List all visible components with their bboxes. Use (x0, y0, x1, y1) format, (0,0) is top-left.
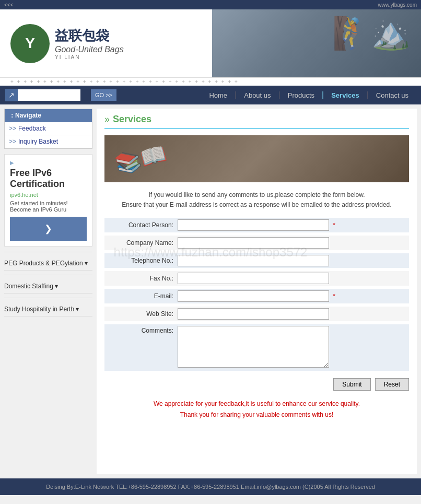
main-layout: ：Navigate >> Feedback >> Inquiry Basket … (0, 104, 421, 478)
submit-button[interactable]: Submit (333, 378, 370, 391)
company-name-label: Company Name: (104, 237, 178, 249)
form-buttons: Submit Reset (104, 378, 409, 391)
arrow-icon-2: >> (9, 138, 16, 145)
top-bar-left: <<< (4, 2, 14, 8)
sidebar-item-inquiry[interactable]: >> Inquiry Basket (5, 135, 92, 148)
sidebar-divider-1 (4, 252, 92, 252)
intro-line1: If you would like to send any comments t… (104, 190, 409, 200)
top-bar: <<< www.ylbags.com (0, 0, 421, 9)
form-row-fax: Fax No.: (104, 271, 409, 286)
sidebar-ad-peg[interactable]: PEG Products & PEGylation ▾ (4, 256, 92, 271)
form-row-comments: Comments: (104, 324, 409, 371)
logo-text: 益联包袋 Good-United Bags YI LIAN (55, 27, 124, 60)
sidebar-ad-study[interactable]: Study Hospitality in Perth ▾ (4, 302, 92, 317)
nav-links: Home | About us | Products | Services | … (202, 86, 416, 104)
sidebar-divider-2 (4, 275, 92, 275)
services-title: Services (113, 114, 151, 125)
form-row-telephone: Telephone No.: (104, 253, 409, 268)
company-sub: YI LIAN (55, 54, 124, 60)
contact-person-label: Contact Person: (104, 219, 178, 231)
thanks-line1: We appreciate for your feedback,it is us… (104, 398, 409, 409)
thanks-line2: Thank you for sharing your valuable comm… (104, 409, 409, 420)
nav-link-services[interactable]: Services (324, 86, 367, 104)
search-icon: ↗ (5, 89, 18, 101)
services-arrow-icon: » (104, 114, 110, 125)
header: Y 益联包袋 Good-United Bags YI LIAN 🧗🏔️ (0, 9, 421, 77)
search-go-button[interactable]: GO >> (91, 89, 116, 101)
logo-icon: Y (10, 24, 50, 63)
ad-button[interactable]: ❯ (10, 217, 87, 241)
contact-required-marker: * (333, 221, 335, 229)
fax-input[interactable] (178, 273, 329, 284)
dots-bar: + + + + + + + + + + + + + + + + + + + + … (0, 77, 421, 86)
search-input[interactable] (18, 89, 80, 101)
telephone-label: Telephone No.: (104, 254, 178, 267)
feedback-thanks: We appreciate for your feedback,it is us… (104, 398, 409, 420)
nav-link-products[interactable]: Products (280, 86, 322, 104)
feedback-intro: If you would like to send any comments t… (104, 190, 409, 210)
main-content: » Services 📚📖 If you would like to send … (97, 109, 417, 474)
sidebar-item-feedback[interactable]: >> Feedback (5, 122, 92, 135)
contact-person-input[interactable] (178, 219, 329, 231)
comments-label: Comments: (104, 324, 178, 337)
form-row-contact: Contact Person: * (104, 218, 409, 232)
top-bar-right: www.ylbags.com (378, 2, 417, 8)
sidebar-nav-box: ：Navigate >> Feedback >> Inquiry Basket (4, 109, 92, 149)
email-label: E-mail: (104, 290, 178, 302)
sidebar-ad-domestic[interactable]: Domestic Staffing ▾ (4, 279, 92, 294)
company-name-en: Good-United Bags (55, 45, 124, 54)
form-row-email: E-mail: * (104, 289, 409, 303)
ad-subtitle: ipv6.he.net (10, 192, 87, 198)
sidebar: ：Navigate >> Feedback >> Inquiry Basket … (0, 104, 97, 478)
nav-link-home[interactable]: Home (202, 86, 235, 104)
nav-search-area: ↗ GO >> (5, 89, 127, 101)
intro-line2: Ensure that your E-mail address is corre… (104, 200, 409, 210)
nav-bar: ↗ GO >> Home | About us | Products | Ser… (0, 86, 421, 104)
ad-title: Free IPv6 Certification (10, 168, 87, 190)
sidebar-ad: ▶ Free IPv6 Certification ipv6.he.net Ge… (4, 154, 92, 247)
sidebar-divider-3 (4, 298, 92, 298)
comments-textarea[interactable] (178, 326, 329, 368)
fax-label: Fax No.: (104, 272, 178, 285)
sidebar-nav-title: ：Navigate (5, 109, 92, 122)
website-input[interactable] (178, 308, 329, 320)
email-required-marker: * (333, 292, 335, 300)
footer: Deising By:E-Link Network TEL:+86-595-22… (0, 478, 421, 495)
nav-link-contact[interactable]: Contact us (369, 86, 416, 104)
website-label: Web Site: (104, 308, 178, 320)
ad-logo-icon: ▶ (10, 160, 87, 166)
reset-button[interactable]: Reset (375, 378, 409, 391)
company-name-input[interactable] (178, 237, 329, 249)
company-name-cn: 益联包袋 (55, 27, 124, 45)
ad-text: Get started in minutes! Become an IPv6 G… (10, 200, 87, 213)
arrow-icon: >> (9, 125, 16, 132)
telephone-input[interactable] (178, 255, 329, 266)
email-input[interactable] (178, 290, 329, 302)
footer-text: Deising By:E-Link Network TEL:+86-595-22… (46, 484, 375, 490)
feedback-form: Contact Person: * Company Name: Telephon… (104, 218, 409, 374)
form-row-website: Web Site: (104, 307, 409, 321)
services-heading: » Services (104, 114, 409, 129)
banner-books-icon: 📚📖 (113, 140, 170, 177)
nav-link-about[interactable]: About us (237, 86, 278, 104)
form-row-company: Company Name: (104, 236, 409, 250)
logo-area: Y 益联包袋 Good-United Bags YI LIAN (0, 24, 421, 63)
services-banner: 📚📖 (104, 135, 409, 182)
